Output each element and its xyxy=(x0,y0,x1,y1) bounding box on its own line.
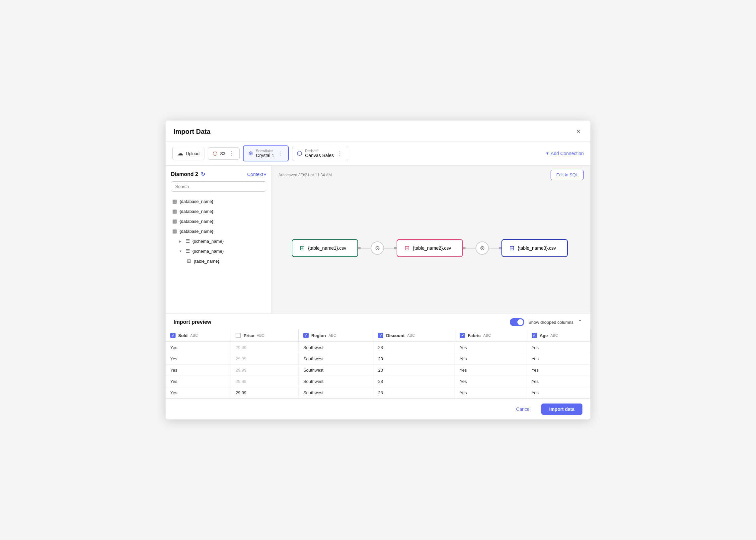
sidebar-header: Diamond 2 ↻ Context ▾ xyxy=(171,171,266,177)
list-item[interactable]: ▦ {database_name} xyxy=(171,226,266,236)
cell-region: Southwest xyxy=(298,365,374,376)
col-label-sold: Sold xyxy=(178,333,187,338)
preview-controls: Show dropped columns ⌃ xyxy=(510,318,583,326)
cell-fabric: Yes xyxy=(455,353,527,365)
table-header-row: ✓ Sold ABC Price ABC xyxy=(165,330,591,342)
table-icon-3: ⊞ xyxy=(509,244,514,252)
cell-region: Southwest xyxy=(298,342,374,353)
autosaved-text: Autosaved 8/9/21 at 11:34 AM xyxy=(278,173,332,177)
connection-tab-upload[interactable]: ☁ Upload xyxy=(172,147,204,160)
snowflake-icon: ❄ xyxy=(248,150,253,157)
list-item[interactable]: ▦ {database_name} xyxy=(171,216,266,226)
table-label-3: {table_name3}.csv xyxy=(518,245,556,251)
sidebar-title: Diamond 2 ↻ xyxy=(171,171,205,177)
connector-2: ⊗ xyxy=(463,241,501,255)
table-row: Yes 29.99 Southwest 23 Yes Yes xyxy=(165,342,591,353)
connection-tab-s3[interactable]: ⬡ S3 ⋮ xyxy=(208,147,240,160)
table-row: Yes 29.99 Southwest 23 Yes Yes xyxy=(165,376,591,387)
col-label-age: Age xyxy=(540,333,548,338)
list-item[interactable]: ▶ ☰ {schema_name} xyxy=(171,236,266,246)
snowflake-more-button[interactable]: ⋮ xyxy=(277,150,283,157)
checkbox-price[interactable] xyxy=(236,333,241,338)
edit-sql-button[interactable]: Edit in SQL xyxy=(551,170,584,180)
table-node-1[interactable]: ⊞ {table_name1}.csv xyxy=(292,239,358,257)
snowflake-connection-label: Crystal 1 xyxy=(256,153,274,158)
checkbox-region[interactable]: ✓ xyxy=(303,333,309,338)
cell-price: 29.99 xyxy=(231,353,299,365)
table-row: Yes 29.99 Southwest 23 Yes Yes xyxy=(165,353,591,365)
list-item[interactable]: ▦ {database_name} xyxy=(171,196,266,206)
cell-age: Yes xyxy=(527,353,590,365)
s3-more-button[interactable]: ⋮ xyxy=(228,150,235,157)
s3-label: S3 xyxy=(220,151,225,156)
search-input[interactable] xyxy=(171,181,266,192)
col-header-discount: ✓ Discount ABC xyxy=(374,330,455,342)
checkbox-discount[interactable]: ✓ xyxy=(378,333,383,338)
line-1 xyxy=(361,248,371,248)
cell-region: Southwest xyxy=(298,353,374,365)
col-header-fabric: ✓ Fabric ABC xyxy=(455,330,527,342)
modal-header: Import Data × xyxy=(165,121,591,141)
table-node-3[interactable]: ⊞ {table_name3}.csv xyxy=(501,239,568,257)
table-node-2[interactable]: ⊞ {table_name2}.csv xyxy=(396,239,463,257)
cancel-button[interactable]: Cancel xyxy=(509,404,537,415)
add-connection-button[interactable]: ▼ Add Connection xyxy=(545,151,584,156)
col-header-sold: ✓ Sold ABC xyxy=(165,330,231,342)
cell-age: Yes xyxy=(527,376,590,387)
cell-price: 29.99 xyxy=(231,376,299,387)
preview-header: Import preview Show dropped columns ⌃ xyxy=(165,314,591,330)
preview-title: Import preview xyxy=(173,319,211,325)
cell-fabric: Yes xyxy=(455,376,527,387)
cell-discount: 23 xyxy=(374,353,455,365)
join-node-1[interactable]: ⊗ xyxy=(371,241,384,255)
checkbox-age[interactable]: ✓ xyxy=(532,333,537,338)
col-type-discount: ABC xyxy=(407,334,415,338)
dot-3 xyxy=(463,247,466,249)
checkbox-sold[interactable]: ✓ xyxy=(170,333,175,338)
sidebar: Diamond 2 ↻ Context ▾ ▦ {database_name} xyxy=(165,166,272,313)
connection-tab-snowflake[interactable]: ❄ Snowflake Crystal 1 ⋮ xyxy=(243,145,289,161)
cell-region: Southwest xyxy=(298,376,374,387)
database-icon: ▦ xyxy=(172,208,177,214)
list-item[interactable]: ⊞ {table_name} xyxy=(171,256,266,266)
cell-sold: Yes xyxy=(165,387,231,399)
cell-price: 29.99 xyxy=(231,387,299,399)
checkbox-fabric[interactable]: ✓ xyxy=(460,333,465,338)
cell-sold: Yes xyxy=(165,376,231,387)
context-button[interactable]: Context ▾ xyxy=(247,172,266,177)
list-item[interactable]: ▼ ☰ {schema_name} xyxy=(171,246,266,256)
cell-discount: 23 xyxy=(374,342,455,353)
col-type-sold: ABC xyxy=(190,334,198,338)
upload-label: Upload xyxy=(186,151,199,156)
list-item[interactable]: ▦ {database_name} xyxy=(171,206,266,216)
collapse-preview-button[interactable]: ⌃ xyxy=(578,319,583,326)
cell-discount: 23 xyxy=(374,376,455,387)
connection-tab-redshift[interactable]: ⬡ Redshift Canvas Sales ⋮ xyxy=(292,146,348,161)
import-data-modal: Import Data × ☁ Upload ⬡ S3 ⋮ ❄ Snowflak… xyxy=(165,121,591,419)
cell-age: Yes xyxy=(527,342,590,353)
pipeline: ⊞ {table_name1}.csv ⊗ ⊞ {table_nam xyxy=(292,239,568,257)
col-type-fabric: ABC xyxy=(483,334,491,338)
close-button[interactable]: × xyxy=(574,127,583,136)
col-type-age: ABC xyxy=(550,334,558,338)
col-label-discount: Discount xyxy=(386,333,404,338)
col-type-region: ABC xyxy=(329,334,336,338)
import-data-button[interactable]: Import data xyxy=(541,404,583,415)
add-connection-icon: ▼ xyxy=(545,151,549,156)
refresh-icon[interactable]: ↻ xyxy=(201,171,205,177)
pipeline-canvas[interactable]: ⊞ {table_name1}.csv ⊗ ⊞ {table_nam xyxy=(272,183,591,313)
redshift-icon: ⬡ xyxy=(297,150,302,157)
col-header-price: Price ABC xyxy=(231,330,299,342)
cell-sold: Yes xyxy=(165,342,231,353)
join-node-2[interactable]: ⊗ xyxy=(476,241,489,255)
cell-price: 29.99 xyxy=(231,365,299,376)
upload-icon: ☁ xyxy=(177,150,183,157)
cell-age: Yes xyxy=(527,365,590,376)
redshift-more-button[interactable]: ⋮ xyxy=(337,150,343,157)
cell-fabric: Yes xyxy=(455,365,527,376)
line-2 xyxy=(384,248,394,248)
cell-age: Yes xyxy=(527,387,590,399)
show-dropped-toggle[interactable] xyxy=(510,318,524,326)
table-label-1: {table_name1}.csv xyxy=(308,245,346,251)
table-row: Yes 29.99 Southwest 23 Yes Yes xyxy=(165,365,591,376)
